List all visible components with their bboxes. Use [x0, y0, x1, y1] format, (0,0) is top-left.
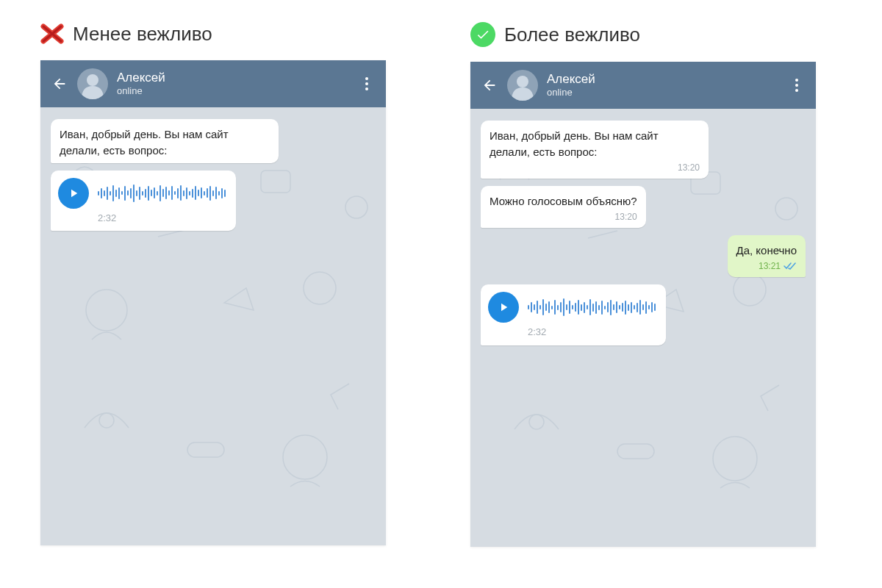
message-text-in[interactable]: Иван, добрый день. Вы нам сайт делали, е… [51, 119, 279, 163]
heading-text: Более вежливо [504, 24, 640, 46]
message-list: Иван, добрый день. Вы нам сайт делали, е… [470, 109, 816, 357]
phone-left: Алексей online Иван, добрый день. Вы нам… [40, 60, 386, 545]
cross-icon [40, 22, 64, 46]
play-button[interactable] [488, 292, 519, 323]
message-list: Иван, добрый день. Вы нам сайт делали, е… [40, 107, 386, 243]
play-button[interactable] [58, 178, 89, 209]
chat-header: Алексей online [470, 62, 816, 109]
svg-point-7 [283, 435, 327, 479]
svg-rect-6 [187, 442, 224, 457]
heading-less-polite: Менее вежливо [40, 22, 412, 46]
voice-duration: 2:32 [98, 212, 226, 226]
svg-point-9 [87, 74, 98, 86]
column-more-polite: Более вежливо [470, 22, 842, 547]
message-time: 13:21 [759, 260, 781, 273]
waveform[interactable] [528, 297, 656, 318]
menu-button[interactable] [358, 75, 376, 93]
avatar[interactable] [507, 70, 538, 101]
message-text: Да, конечно [736, 243, 797, 259]
contact-info[interactable]: Алексей online [547, 73, 788, 98]
message-text: Можно голосовым объясню? [490, 193, 637, 209]
heading-text: Менее вежливо [73, 23, 212, 46]
contact-status: online [117, 85, 358, 96]
message-time: 13:20 [678, 162, 700, 174]
svg-point-15 [529, 415, 544, 429]
svg-point-3 [86, 290, 127, 331]
phone-right: Алексей online Иван, добрый день. Вы нам… [470, 62, 816, 547]
chat-header: Алексей online [40, 60, 386, 107]
back-button[interactable] [481, 76, 498, 94]
svg-point-19 [517, 76, 528, 87]
heading-more-polite: Более вежливо [470, 22, 842, 47]
avatar[interactable] [77, 68, 108, 99]
contact-name: Алексей [547, 73, 788, 87]
svg-point-4 [304, 272, 336, 304]
message-text: Иван, добрый день. Вы нам сайт делали, е… [490, 128, 700, 160]
message-voice-in[interactable]: 2:32 [51, 171, 236, 232]
read-ticks-icon [784, 262, 797, 270]
message-text: Иван, добрый день. Вы нам сайт делали, е… [60, 126, 270, 159]
contact-status: online [547, 87, 788, 98]
svg-rect-16 [617, 444, 654, 459]
svg-point-17 [713, 437, 757, 481]
back-button[interactable] [51, 75, 68, 93]
contact-info[interactable]: Алексей online [117, 71, 358, 96]
check-icon [470, 22, 495, 47]
waveform[interactable] [98, 183, 226, 204]
column-less-polite: Менее вежливо [40, 22, 412, 547]
contact-name: Алексей [117, 71, 358, 85]
message-text-in[interactable]: Иван, добрый день. Вы нам сайт делали, е… [481, 121, 709, 179]
message-time: 13:20 [615, 211, 637, 223]
message-text-in[interactable]: Можно голосовым объясню? 13:20 [481, 186, 646, 228]
svg-point-5 [99, 413, 114, 428]
menu-button[interactable] [788, 76, 806, 94]
message-text-out[interactable]: Да, конечно 13:21 [728, 235, 806, 277]
message-voice-in[interactable]: 2:32 [481, 284, 666, 345]
voice-duration: 2:32 [528, 326, 656, 340]
